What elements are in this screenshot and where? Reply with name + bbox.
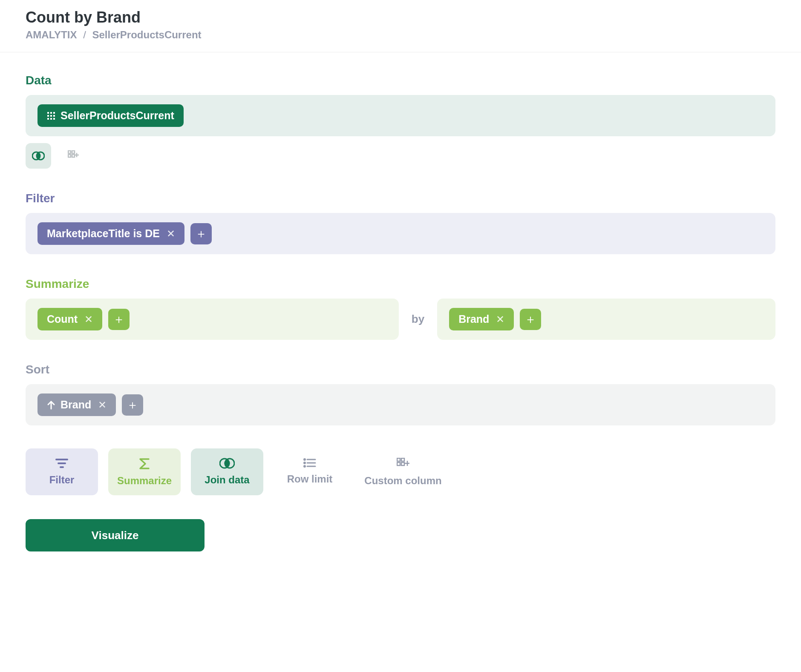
- add-filter-button[interactable]: ＋: [190, 223, 212, 244]
- add-aggregation-button[interactable]: ＋: [108, 309, 130, 330]
- svg-point-25: [304, 462, 305, 464]
- sort-panel: Brand ✕ ＋: [26, 384, 775, 425]
- svg-rect-29: [397, 458, 400, 461]
- svg-rect-6: [47, 118, 49, 120]
- svg-rect-11: [68, 151, 71, 153]
- action-custom-column[interactable]: Custom column: [356, 448, 450, 495]
- custom-column-icon: [68, 150, 79, 161]
- plus-icon: ＋: [524, 311, 536, 327]
- grouping-panel: Brand ✕ ＋: [437, 299, 775, 340]
- add-grouping-button[interactable]: ＋: [520, 309, 541, 330]
- section-title-summarize: Summarize: [26, 277, 775, 291]
- filter-icon: [55, 458, 69, 469]
- aggregation-pill[interactable]: Count ✕: [37, 308, 102, 330]
- filter-pill-label: MarketplaceTitle is DE: [47, 228, 160, 239]
- action-row: Filter Summarize Join data: [26, 448, 775, 495]
- svg-rect-12: [72, 151, 75, 153]
- list-icon: [303, 458, 316, 468]
- visualize-button[interactable]: Visualize: [26, 519, 205, 551]
- svg-rect-5: [53, 115, 55, 117]
- filter-pill[interactable]: MarketplaceTitle is DE ✕: [37, 222, 184, 245]
- data-panel: SellerProductsCurrent: [26, 95, 775, 136]
- sort-section: Sort Brand ✕ ＋: [26, 363, 775, 425]
- svg-rect-7: [50, 118, 52, 120]
- grouping-pill-label: Brand: [458, 314, 489, 325]
- action-summarize-label: Summarize: [117, 475, 172, 487]
- add-sort-button[interactable]: ＋: [122, 394, 143, 416]
- data-source-pill[interactable]: SellerProductsCurrent: [37, 104, 184, 127]
- svg-point-27: [304, 466, 305, 467]
- action-custom-column-label: Custom column: [364, 475, 441, 487]
- svg-rect-30: [401, 458, 404, 461]
- grouping-pill[interactable]: Brand ✕: [449, 308, 514, 330]
- by-label: by: [412, 313, 424, 326]
- breadcrumb-root[interactable]: AMALYTIX: [26, 29, 77, 40]
- join-icon: [219, 458, 235, 469]
- close-icon[interactable]: ✕: [84, 314, 93, 325]
- data-source-label: SellerProductsCurrent: [61, 110, 174, 121]
- filter-section: Filter MarketplaceTitle is DE ✕ ＋: [26, 192, 775, 254]
- svg-point-23: [304, 459, 305, 460]
- sigma-icon: [138, 458, 150, 470]
- join-toggle-button[interactable]: [26, 143, 51, 169]
- svg-rect-4: [50, 115, 52, 117]
- sort-pill-label: Brand: [61, 399, 91, 410]
- summarize-section: Summarize Count ✕ ＋ by Brand ✕ ＋: [26, 277, 775, 340]
- svg-rect-32: [401, 462, 404, 465]
- arrow-up-icon: [47, 400, 55, 410]
- aggregation-pill-label: Count: [47, 314, 78, 325]
- svg-rect-14: [72, 155, 75, 157]
- breadcrumb-leaf[interactable]: SellerProductsCurrent: [92, 29, 201, 40]
- svg-rect-2: [53, 112, 55, 114]
- svg-rect-8: [53, 118, 55, 120]
- action-join-data[interactable]: Join data: [191, 448, 263, 495]
- svg-rect-31: [397, 462, 400, 465]
- custom-column-toggle-button[interactable]: [61, 143, 86, 169]
- page-header: Count by Brand AMALYTIX / SellerProducts…: [0, 0, 801, 52]
- filter-panel: MarketplaceTitle is DE ✕ ＋: [26, 213, 775, 254]
- breadcrumb-separator: /: [83, 29, 86, 40]
- close-icon[interactable]: ✕: [167, 229, 175, 239]
- action-row-limit[interactable]: Row limit: [274, 448, 346, 495]
- svg-rect-0: [47, 112, 49, 114]
- plus-icon: ＋: [127, 397, 138, 413]
- action-row-limit-label: Row limit: [287, 473, 333, 485]
- section-title-data: Data: [26, 74, 775, 87]
- breadcrumb: AMALYTIX / SellerProductsCurrent: [26, 29, 775, 41]
- action-filter[interactable]: Filter: [26, 448, 98, 495]
- aggregation-panel: Count ✕ ＋: [26, 299, 399, 340]
- close-icon[interactable]: ✕: [496, 314, 504, 325]
- action-join-label: Join data: [205, 474, 249, 486]
- action-filter-label: Filter: [49, 474, 75, 486]
- join-icon: [32, 151, 45, 161]
- svg-rect-13: [68, 155, 71, 157]
- custom-column-icon: [397, 458, 409, 470]
- svg-rect-1: [50, 112, 52, 114]
- visualize-button-label: Visualize: [92, 529, 139, 542]
- sort-pill[interactable]: Brand ✕: [37, 393, 116, 416]
- close-icon[interactable]: ✕: [98, 400, 107, 410]
- page-title: Count by Brand: [26, 9, 775, 26]
- section-title-sort: Sort: [26, 363, 775, 376]
- action-summarize[interactable]: Summarize: [108, 448, 181, 495]
- plus-icon: ＋: [113, 311, 125, 327]
- data-section: Data SellerProductsCurrent: [26, 74, 775, 169]
- section-title-filter: Filter: [26, 192, 775, 205]
- svg-rect-3: [47, 115, 49, 117]
- plus-icon: ＋: [195, 226, 207, 242]
- table-icon: [47, 112, 55, 120]
